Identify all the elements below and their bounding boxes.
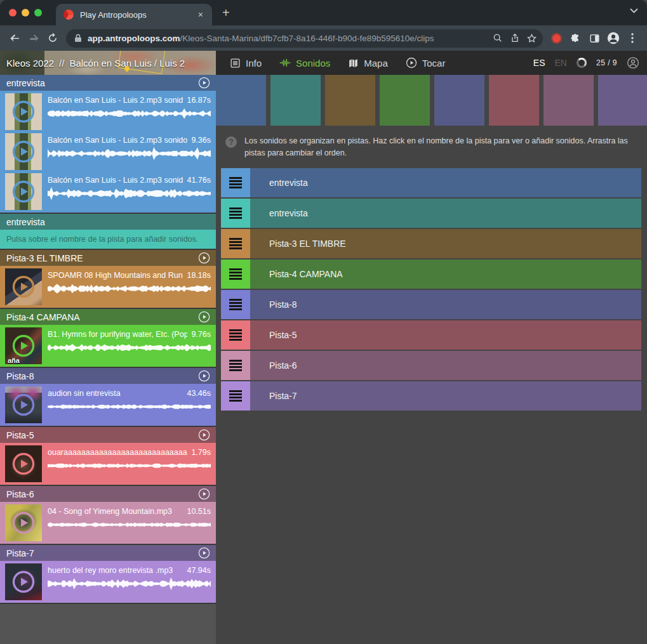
track-row-bar[interactable]: entrevista	[250, 199, 641, 228]
track-play-button[interactable]	[198, 547, 210, 559]
track-header[interactable]: Pista-4 CAMPANA	[0, 309, 216, 325]
language-es-button[interactable]: ES	[533, 58, 545, 68]
reload-icon[interactable]	[43, 29, 62, 48]
new-tab-button[interactable]: +	[212, 6, 230, 25]
clip-play-icon[interactable]	[12, 393, 35, 416]
clip-artwork[interactable]	[5, 93, 42, 130]
track-header[interactable]: entrevista	[0, 75, 216, 91]
drag-handle-icon[interactable]	[221, 290, 250, 319]
track-row[interactable]: entrevista	[221, 199, 641, 228]
clip-artwork[interactable]	[5, 173, 42, 210]
track-row[interactable]: Pista-8	[221, 290, 641, 319]
track-row-bar[interactable]: Pista-5	[250, 320, 641, 350]
forward-icon[interactable]	[24, 29, 43, 48]
track-header[interactable]: entrevista	[0, 214, 216, 230]
close-window-button[interactable]	[9, 9, 17, 16]
tab-close-icon[interactable]: ×	[196, 8, 206, 21]
audio-clip[interactable]: 04 - Song of Yimeng Mountain.mp3 10.51s	[5, 504, 211, 541]
tab-search-chevron-icon[interactable]	[630, 8, 638, 13]
language-en-button[interactable]: EN	[555, 58, 567, 68]
track-play-button[interactable]	[198, 488, 210, 500]
audio-clip[interactable]: Balcón en San Luis - Luis 2.mp3 sonido h…	[5, 133, 211, 170]
track-row[interactable]: Pista-3 EL TIMBRE	[221, 229, 641, 258]
drag-handle-icon[interactable]	[221, 320, 250, 350]
track-header[interactable]: Pista-6	[0, 486, 216, 502]
clip-play-icon[interactable]	[12, 452, 35, 475]
zoom-window-button[interactable]	[34, 9, 42, 16]
clip-play-icon[interactable]	[12, 511, 35, 534]
nav-item-tocar[interactable]: Tocar	[406, 57, 446, 69]
track-row-bar[interactable]: Pista-7	[250, 381, 641, 411]
drag-handle-icon[interactable]	[221, 229, 250, 258]
track-play-button[interactable]	[198, 252, 210, 264]
record-extension-icon[interactable]	[547, 29, 566, 48]
drag-handle-icon[interactable]	[221, 381, 250, 411]
audio-clip[interactable]: ouaraaaaaaaaaaaaaaaaaaaaaaaaaaaaaaaaaaaa…	[5, 445, 211, 482]
track-header[interactable]: Pista-7	[0, 545, 216, 561]
clip-artwork[interactable]	[5, 504, 42, 541]
clip-play-icon[interactable]	[12, 334, 35, 357]
browser-menu-kebab-icon[interactable]	[623, 29, 642, 48]
clip-title: audion sin entrevista	[48, 389, 183, 398]
clip-artwork[interactable]	[5, 445, 42, 482]
clip-artwork[interactable]	[5, 268, 42, 305]
track-header[interactable]: Pista-8	[0, 368, 216, 384]
nav-item-mapa[interactable]: Mapa	[348, 58, 388, 69]
audio-clip[interactable]: huerto del rey moro entrevista .mp3 47.9…	[5, 563, 211, 600]
clip-artwork[interactable]	[5, 563, 42, 600]
account-icon[interactable]	[627, 56, 639, 69]
drag-handle-icon[interactable]	[221, 260, 250, 289]
bookmark-star-icon[interactable]	[523, 30, 540, 47]
browser-profile-avatar[interactable]	[604, 29, 623, 48]
address-bar[interactable]: app.antropoloops.com/Kleos-Santa-Marina/…	[66, 29, 543, 48]
audio-clip[interactable]: Balcón en San Luis - Luis 2.mp3 sonido h…	[5, 93, 211, 130]
track-row-bar[interactable]: Pista-6	[250, 351, 641, 380]
track-header[interactable]: Pista-3 EL TIMBRE	[0, 250, 216, 266]
track-row[interactable]: entrevista	[221, 168, 641, 197]
track-row-bar[interactable]: Pista-8	[250, 290, 641, 319]
track-row-bar[interactable]: entrevista	[250, 168, 641, 197]
clip-play-icon[interactable]	[12, 100, 35, 123]
track-row[interactable]: Pista-4 CAMPANA	[221, 260, 641, 289]
track-row-bar[interactable]: Pista-4 CAMPANA	[250, 260, 641, 289]
clip-artwork[interactable]: aña	[5, 327, 42, 364]
clip-play-icon[interactable]	[12, 180, 35, 203]
track-row-bar[interactable]: Pista-3 EL TIMBRE	[250, 229, 641, 258]
track-play-button[interactable]	[198, 370, 210, 382]
track-row[interactable]: Pista-7	[221, 381, 641, 411]
track-color-swatch	[380, 75, 430, 126]
extensions-puzzle-icon[interactable]	[566, 29, 585, 48]
clip-artwork[interactable]	[5, 386, 42, 423]
minimize-window-button[interactable]	[22, 9, 29, 16]
side-panel-icon[interactable]	[585, 29, 604, 48]
back-icon[interactable]	[5, 29, 24, 48]
clip-duration: 9.76s	[191, 330, 211, 339]
url-text[interactable]: app.antropoloops.com/Kleos-Santa-Marina/…	[88, 34, 489, 43]
track-row[interactable]: Pista-5	[221, 320, 641, 350]
clip-duration: 47.94s	[187, 566, 211, 575]
zoom-page-icon[interactable]	[489, 30, 506, 47]
audio-clip[interactable]: Balcón en San Luis - Luis 2.mp3 sonido h…	[5, 173, 211, 210]
drag-handle-icon[interactable]	[221, 351, 250, 380]
audio-clip[interactable]: aña B1. Hymns for purifying water, Etc. …	[5, 327, 211, 364]
share-icon[interactable]	[506, 30, 523, 47]
drag-handle-icon[interactable]	[221, 168, 250, 197]
nav-item-sonidos[interactable]: Sonidos	[279, 58, 330, 69]
clip-artwork[interactable]	[5, 133, 42, 170]
track-header[interactable]: Pista-5	[0, 427, 216, 443]
drag-handle-icon[interactable]	[221, 199, 250, 228]
clip-play-icon[interactable]	[12, 140, 35, 163]
clip-play-icon[interactable]	[12, 275, 35, 298]
track-color-swatch	[216, 75, 266, 126]
audio-clip[interactable]: SPOAMR 08 High Mountains and Running ...…	[5, 268, 211, 305]
track-row[interactable]: Pista-6	[221, 351, 641, 380]
audio-clip[interactable]: audion sin entrevista 43.46s	[5, 386, 211, 423]
track-play-button[interactable]	[198, 429, 210, 441]
track-play-button[interactable]	[198, 311, 210, 323]
nav-item-info[interactable]: Info	[230, 58, 262, 69]
browser-tab[interactable]: Play Antropoloops ×	[56, 4, 212, 25]
clip-play-icon[interactable]	[12, 570, 35, 593]
track-play-button[interactable]	[198, 77, 210, 89]
breadcrumb[interactable]: Kleos 2022 // Balcón en San Luis / Luis …	[0, 51, 216, 75]
clip-duration: 43.46s	[187, 389, 211, 398]
